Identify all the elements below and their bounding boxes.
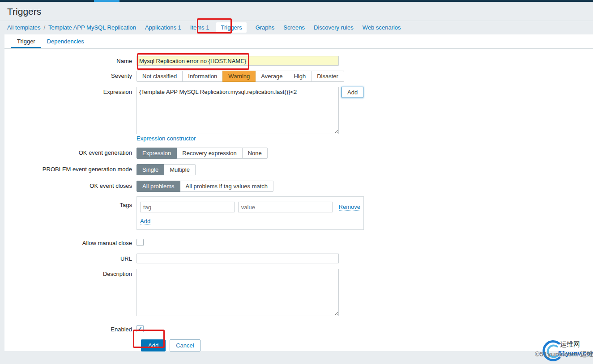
nav-discovery-rules[interactable]: Discovery rules	[314, 24, 354, 31]
tag-value-input[interactable]	[238, 202, 333, 212]
problem-mode-multiple[interactable]: Multiple	[164, 164, 196, 175]
top-menu-bar	[0, 0, 593, 2]
ok-gen-recovery-expression[interactable]: Recovery expression	[176, 148, 242, 159]
ok-event-closes-options: All problems All problems if tag values …	[137, 181, 273, 192]
tab-strip: Trigger Dependencies	[4, 34, 593, 49]
trigger-form: Name Severity Not classified Information…	[4, 49, 593, 351]
breadcrumb-separator: /	[43, 24, 45, 31]
tab-dependencies[interactable]: Dependencies	[41, 34, 90, 48]
cancel-button[interactable]: Cancel	[170, 339, 200, 351]
allow-manual-close-row: Allow manual close	[4, 238, 593, 246]
url-row: URL	[4, 254, 593, 263]
breadcrumb: All templates / Template APP MySQL Repli…	[0, 21, 593, 34]
name-row: Name	[4, 56, 593, 66]
expression-add-button[interactable]: Add	[341, 87, 363, 98]
page-header: Triggers	[0, 2, 593, 21]
breadcrumb-all-templates[interactable]: All templates	[7, 24, 40, 31]
add-button[interactable]: Add	[141, 339, 166, 351]
allow-manual-close-label: Allow manual close	[4, 238, 137, 246]
tags-row: Tags Remove Add	[4, 196, 593, 230]
expression-constructor-row: Expression constructor	[4, 135, 593, 142]
nav-applications[interactable]: Applications 1	[145, 24, 181, 31]
problem-mode-options: Single Multiple	[137, 164, 196, 175]
severity-options: Not classified Information Warning Avera…	[137, 71, 344, 82]
tag-remove-link[interactable]: Remove	[339, 203, 360, 211]
expression-label: Expression	[4, 87, 137, 95]
severity-information[interactable]: Information	[182, 71, 223, 82]
description-label: Description	[4, 269, 137, 277]
tag-row: Remove	[140, 202, 360, 212]
expression-wrap: {Template APP MySQL Replication:mysql.re…	[137, 87, 363, 134]
expression-row: Expression {Template APP MySQL Replicati…	[4, 87, 593, 134]
severity-average[interactable]: Average	[255, 71, 288, 82]
name-input[interactable]	[137, 56, 339, 66]
severity-disaster[interactable]: Disaster	[311, 71, 344, 82]
problem-mode-single[interactable]: Single	[137, 164, 164, 175]
ok-event-generation-row: OK event generation Expression Recovery …	[4, 148, 593, 159]
ok-event-generation-options: Expression Recovery expression None	[137, 148, 268, 159]
nav-items[interactable]: Items 1	[190, 24, 209, 31]
url-input[interactable]	[137, 254, 339, 263]
severity-row: Severity Not classified Information Warn…	[4, 71, 593, 82]
url-label: URL	[4, 254, 137, 262]
tag-add-link[interactable]: Add	[140, 218, 150, 225]
top-menu-active-indicator	[94, 0, 119, 2]
nav-graphs[interactable]: Graphs	[256, 24, 275, 31]
enabled-row: Enabled ✓	[4, 324, 593, 333]
severity-label: Severity	[4, 71, 137, 79]
problem-mode-label: PROBLEM event generation mode	[4, 164, 137, 173]
breadcrumb-template[interactable]: Template APP MySQL Replication	[48, 24, 136, 31]
name-label: Name	[4, 56, 137, 64]
nav-triggers[interactable]: Triggers	[216, 22, 246, 33]
ok-closes-all-problems[interactable]: All problems	[137, 181, 180, 192]
expression-textarea[interactable]: {Template APP MySQL Replication:mysql.re…	[137, 87, 339, 134]
ok-event-closes-row: OK event closes All problems All problem…	[4, 181, 593, 192]
tab-trigger[interactable]: Trigger	[11, 34, 41, 48]
problem-mode-row: PROBLEM event generation mode Single Mul…	[4, 164, 593, 175]
expression-constructor-link[interactable]: Expression constructor	[137, 135, 196, 142]
nav-screens[interactable]: Screens	[283, 24, 305, 31]
check-icon: ✓	[138, 326, 142, 331]
watermark: 运维网 51yunv.com ©51yunv.com 运维	[538, 340, 592, 364]
severity-warning[interactable]: Warning	[222, 71, 256, 82]
ok-gen-expression[interactable]: Expression	[137, 148, 177, 159]
tags-label: Tags	[4, 196, 137, 208]
tags-box: Remove Add	[137, 196, 364, 230]
content-panel: Trigger Dependencies Name Severity Not c…	[4, 34, 593, 351]
ok-closes-tag-match[interactable]: All problems if tag values match	[180, 181, 274, 192]
ok-event-closes-label: OK event closes	[4, 181, 137, 189]
allow-manual-close-checkbox[interactable]	[137, 239, 144, 246]
severity-not-classified[interactable]: Not classified	[137, 71, 183, 82]
severity-high[interactable]: High	[288, 71, 311, 82]
nav-web-scenarios[interactable]: Web scenarios	[363, 24, 401, 31]
watermark-overlay-text: ©51yunv.com 运维	[535, 350, 593, 359]
description-textarea[interactable]	[137, 269, 339, 316]
page-title: Triggers	[7, 5, 586, 17]
enabled-checkbox[interactable]: ✓	[137, 325, 144, 332]
page: Triggers All templates / Template APP My…	[0, 0, 593, 364]
form-actions: Add Cancel	[4, 339, 593, 351]
enabled-label: Enabled	[4, 324, 137, 333]
description-row: Description	[4, 269, 593, 316]
watermark-site-name: 运维网	[560, 340, 580, 349]
ok-event-generation-label: OK event generation	[4, 148, 137, 156]
tag-name-input[interactable]	[140, 202, 235, 212]
ok-gen-none[interactable]: None	[242, 148, 268, 159]
